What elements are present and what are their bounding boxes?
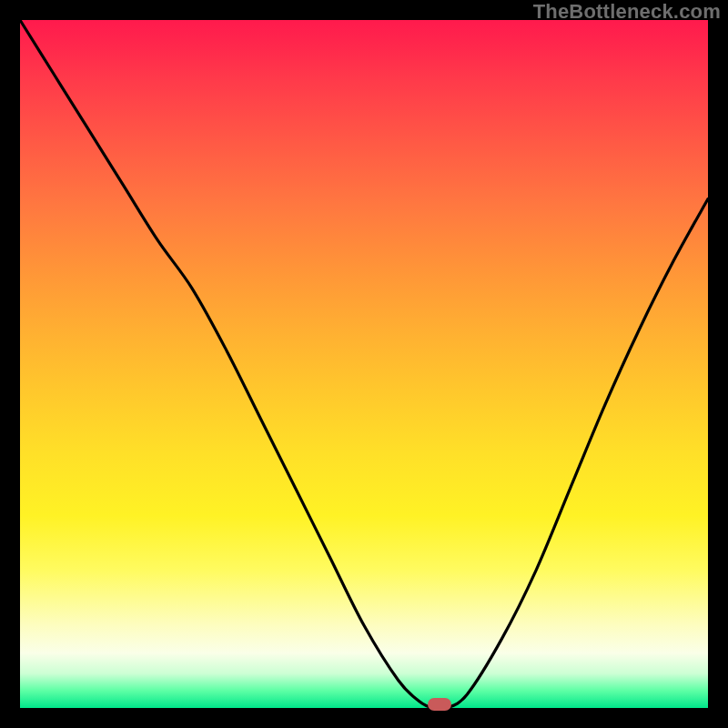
chart-area xyxy=(20,20,708,708)
watermark-text: TheBottleneck.com xyxy=(533,0,721,24)
curve-path xyxy=(20,20,708,709)
bottleneck-curve xyxy=(20,20,708,708)
optimum-marker xyxy=(428,698,451,711)
